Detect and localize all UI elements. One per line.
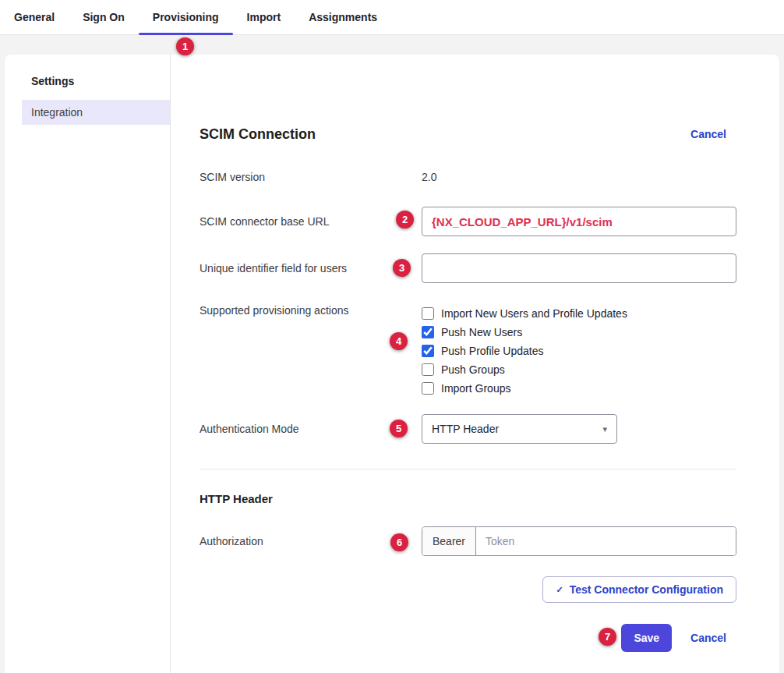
checkbox-push-groups-input[interactable]: [422, 363, 434, 376]
checkbox-push-new-users[interactable]: Push New Users: [422, 323, 627, 342]
token-input[interactable]: [476, 527, 736, 555]
auth-mode-row: Authentication Mode HTTP Header ▾: [200, 414, 736, 444]
tab-assignments[interactable]: Assignments: [295, 0, 391, 34]
form-header: SCIM Connection Cancel: [200, 126, 736, 143]
auth-mode-selected-value: HTTP Header: [432, 423, 499, 435]
annotation-badge-2: 2: [396, 211, 414, 228]
scim-version-value: 2.0: [422, 171, 436, 183]
checkbox-import-groups[interactable]: Import Groups: [422, 379, 627, 398]
checkbox-label: Import Groups: [441, 382, 510, 395]
checkbox-label: Push New Users: [441, 326, 522, 338]
unique-identifier-input[interactable]: [422, 253, 736, 283]
test-connector-button[interactable]: ✓ Test Connector Configuration: [542, 576, 736, 603]
page-title: SCIM Connection: [200, 126, 316, 143]
chevron-down-icon: ▾: [602, 425, 607, 434]
authorization-input-group: Bearer: [422, 526, 736, 556]
checkmark-icon: ✓: [556, 585, 563, 595]
checkbox-push-profile-updates[interactable]: Push Profile Updates: [422, 342, 627, 360]
annotation-badge-4: 4: [390, 332, 408, 350]
checkbox-import-groups-input[interactable]: [422, 382, 434, 395]
checkbox-label: Import New Users and Profile Updates: [441, 307, 627, 320]
checkbox-import-new-users-input[interactable]: [422, 307, 434, 320]
unique-identifier-label: Unique identifier field for users: [200, 262, 422, 275]
scim-connection-form: SCIM Connection Cancel SCIM version 2.0 …: [171, 55, 779, 673]
form-actions-row: Save Cancel: [200, 624, 736, 652]
provisioning-card: Settings Integration SCIM Connection Can…: [5, 55, 779, 673]
settings-sidebar: Settings Integration: [5, 55, 171, 673]
sidebar-item-integration[interactable]: Integration: [22, 100, 170, 125]
scim-version-row: SCIM version 2.0: [200, 169, 736, 185]
provisioning-actions-label: Supported provisioning actions: [200, 304, 422, 317]
app-tabbar: General Sign On Provisioning Import Assi…: [0, 0, 784, 35]
scim-version-label: SCIM version: [200, 171, 422, 183]
annotation-badge-5: 5: [390, 420, 408, 437]
checkbox-import-new-users[interactable]: Import New Users and Profile Updates: [422, 304, 627, 323]
bearer-prefix: Bearer: [422, 527, 476, 555]
test-connector-label: Test Connector Configuration: [570, 583, 723, 596]
unique-identifier-row: Unique identifier field for users: [200, 253, 736, 283]
checkbox-label: Push Profile Updates: [441, 345, 544, 357]
authorization-label: Authorization: [200, 535, 422, 547]
annotation-badge-6: 6: [390, 533, 408, 551]
checkbox-push-new-users-input[interactable]: [422, 326, 434, 338]
tab-import[interactable]: Import: [233, 0, 295, 34]
auth-mode-label: Authentication Mode: [200, 423, 422, 435]
base-url-label: SCIM connector base URL: [200, 215, 422, 228]
checkbox-push-profile-updates-input[interactable]: [422, 345, 434, 357]
base-url-input[interactable]: [422, 207, 736, 236]
provisioning-actions-row: Supported provisioning actions Import Ne…: [200, 304, 736, 398]
sidebar-heading: Settings: [22, 75, 170, 90]
section-divider: [200, 469, 736, 469]
tab-sign-on[interactable]: Sign On: [69, 0, 139, 34]
cancel-link-top[interactable]: Cancel: [690, 128, 726, 140]
authorization-row: Authorization Bearer: [200, 526, 736, 556]
test-connector-row: ✓ Test Connector Configuration: [200, 576, 736, 603]
annotation-badge-3: 3: [393, 259, 411, 277]
annotation-badge-1: 1: [176, 37, 194, 55]
checkbox-label: Push Groups: [441, 363, 505, 376]
tab-provisioning[interactable]: Provisioning: [139, 0, 233, 34]
annotation-badge-7: 7: [599, 628, 616, 646]
base-url-row: SCIM connector base URL: [200, 207, 736, 236]
tab-general[interactable]: General: [0, 0, 69, 34]
cancel-button-bottom[interactable]: Cancel: [690, 632, 726, 644]
http-header-section-title: HTTP Header: [200, 492, 736, 508]
checkbox-push-groups[interactable]: Push Groups: [422, 360, 627, 379]
auth-mode-select[interactable]: HTTP Header ▾: [422, 414, 617, 444]
save-button[interactable]: Save: [621, 624, 672, 652]
provisioning-actions-group: Import New Users and Profile Updates Pus…: [422, 304, 627, 398]
